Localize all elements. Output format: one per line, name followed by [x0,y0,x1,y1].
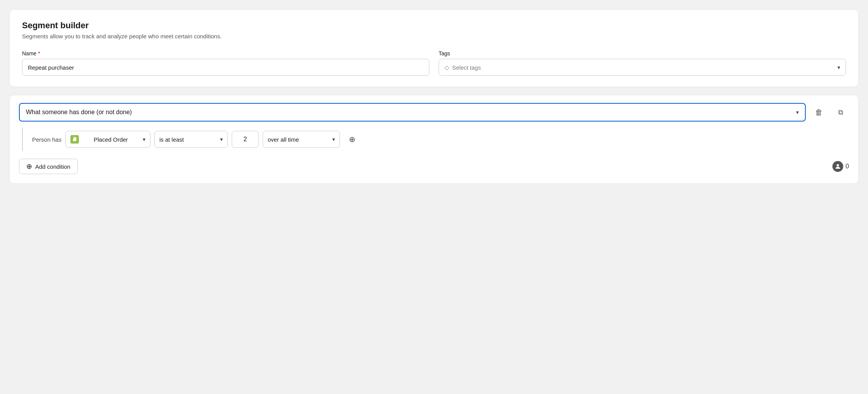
count-avatar [832,161,843,172]
delete-icon: 🗑 [815,108,823,117]
name-field-group: Name * [22,50,429,76]
svg-point-1 [837,164,839,166]
event-select-label: Placed Order [94,136,128,143]
operator-chevron-icon: ▾ [220,136,223,142]
condition-type-select[interactable]: What someone has done (or not done) ▾ [19,103,806,122]
shopify-icon [70,135,79,144]
tags-label: Tags [439,50,846,57]
name-input[interactable] [22,59,429,76]
add-condition-icon: ⊕ [26,162,32,171]
tags-field-group: Tags ◇ Select tags ▾ [439,50,846,76]
page-title: Segment builder [22,21,846,31]
add-filter-button[interactable]: ⊕ [344,131,361,148]
condition-type-row: What someone has done (or not done) ▾ 🗑 … [19,103,849,122]
page-subtitle: Segments allow you to track and analyze … [22,33,846,39]
condition-operator-label: is at least [159,136,184,143]
add-condition-button[interactable]: ⊕ Add condition [19,159,78,174]
required-indicator: * [38,50,40,57]
event-chevron-icon: ▾ [143,136,145,142]
delete-condition-button[interactable]: 🗑 [810,104,827,121]
form-row: Name * Tags ◇ Select tags ▾ [22,50,846,76]
condition-type-label: What someone has done (or not done) [26,109,132,116]
tag-icon: ◇ [444,64,449,71]
segment-builder-card: Segment builder Segments allow you to tr… [9,9,859,87]
tags-select[interactable]: ◇ Select tags ▾ [439,59,846,76]
copy-icon: ⧉ [838,108,843,116]
count-value: 0 [846,163,849,170]
tags-placeholder: Select tags [452,64,481,71]
person-icon [834,163,841,170]
condition-operator-select[interactable]: is at least ▾ [154,131,228,148]
bottom-row: ⊕ Add condition 0 [19,159,849,174]
time-chevron-icon: ▾ [332,136,335,142]
name-label: Name * [22,50,429,57]
filter-add-icon: ⊕ [349,135,355,144]
time-range-select[interactable]: over all time ▾ [263,131,340,148]
condition-body: Person has Placed Order ▾ is at least ▾ [22,128,849,151]
tags-chevron-icon: ▾ [837,64,840,70]
condition-card: What someone has done (or not done) ▾ 🗑 … [9,95,859,184]
add-condition-label: Add condition [35,163,70,170]
count-badge: 0 [832,161,849,172]
condition-type-chevron-icon: ▾ [796,109,799,115]
time-range-label: over all time [268,136,299,143]
person-has-label: Person has [32,136,62,143]
event-select[interactable]: Placed Order ▾ [65,131,150,148]
condition-number-input[interactable] [232,131,259,148]
copy-condition-button[interactable]: ⧉ [832,104,849,121]
condition-filters: Person has Placed Order ▾ is at least ▾ [32,131,849,148]
